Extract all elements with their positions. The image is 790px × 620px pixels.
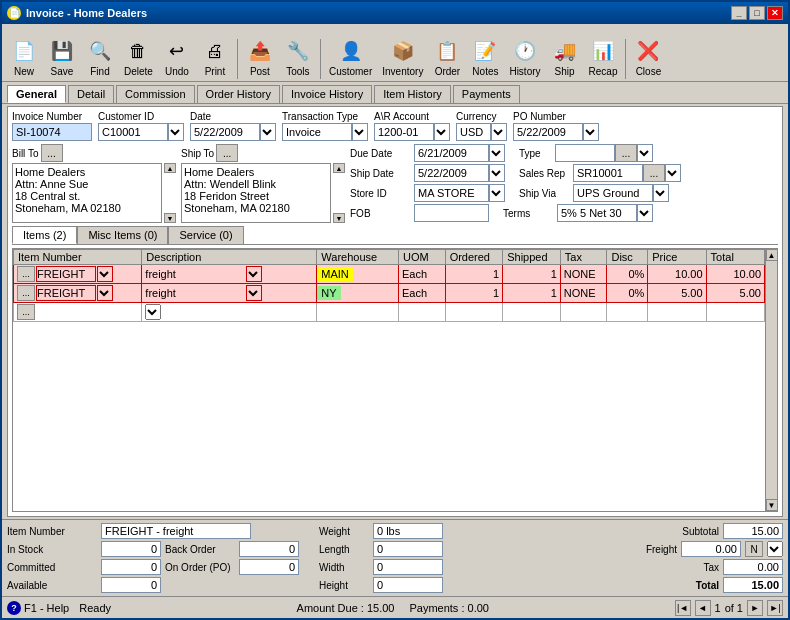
prev-page-btn[interactable]: ◄	[695, 600, 711, 616]
empty-desc-select[interactable]	[145, 304, 161, 320]
fob-input[interactable]	[414, 204, 489, 222]
tools-button[interactable]: 🔧 Tools	[280, 35, 316, 79]
new-button[interactable]: 📄 New	[6, 35, 42, 79]
maximize-button[interactable]: □	[749, 6, 765, 20]
post-button[interactable]: 📤 Post	[242, 35, 278, 79]
table-row[interactable]: ...	[14, 265, 765, 284]
empty-row-ellipsis[interactable]: ...	[17, 304, 35, 320]
close-button[interactable]: ❌ Close	[630, 35, 666, 79]
first-page-btn[interactable]: |◄	[675, 600, 691, 616]
next-page-btn[interactable]: ►	[747, 600, 763, 616]
save-button[interactable]: 💾 Save	[44, 35, 80, 79]
bill-to-scroll-down[interactable]: ▼	[164, 213, 176, 223]
weight-input[interactable]	[373, 523, 443, 539]
row2-item-input[interactable]	[36, 285, 96, 301]
width-input[interactable]	[373, 559, 443, 575]
delete-button[interactable]: 🗑 Delete	[120, 35, 157, 79]
committed-input[interactable]	[101, 559, 161, 575]
due-date-select[interactable]	[489, 144, 505, 162]
ship-to-ellipsis-button[interactable]: ...	[216, 144, 238, 162]
po-number-select[interactable]	[583, 123, 599, 141]
date-select[interactable]	[260, 123, 276, 141]
notes-button[interactable]: 📝 Notes	[467, 35, 503, 79]
close-window-button[interactable]: ✕	[767, 6, 783, 20]
ship-date-select[interactable]	[489, 164, 505, 182]
print-button[interactable]: 🖨 Print	[197, 35, 233, 79]
row1-item-input[interactable]	[36, 266, 96, 282]
transaction-type-input[interactable]	[282, 123, 352, 141]
type-input[interactable]	[555, 144, 615, 162]
row2-desc-select[interactable]	[246, 285, 262, 301]
history-button[interactable]: 🕐 History	[505, 35, 544, 79]
sub-tab-misc-items[interactable]: Misc Items (0)	[77, 226, 168, 244]
items-table-scroll[interactable]: Item Number Description Warehouse UOM Or…	[13, 249, 765, 511]
row1-desc-input[interactable]	[145, 266, 245, 282]
date-input[interactable]	[190, 123, 260, 141]
transaction-type-select[interactable]	[352, 123, 368, 141]
minimize-button[interactable]: _	[731, 6, 747, 20]
ship-to-scroll-up[interactable]: ▲	[333, 163, 345, 173]
last-page-btn[interactable]: ►|	[767, 600, 783, 616]
type-select[interactable]	[637, 144, 653, 162]
currency-select[interactable]	[491, 123, 507, 141]
ar-account-select[interactable]	[434, 123, 450, 141]
tab-commission[interactable]: Commission	[116, 85, 195, 103]
height-input[interactable]	[373, 577, 443, 593]
terms-input[interactable]	[557, 204, 637, 222]
length-input[interactable]	[373, 541, 443, 557]
freight-select[interactable]	[767, 541, 783, 557]
sub-tab-service[interactable]: Service (0)	[168, 226, 243, 244]
scroll-up-btn[interactable]: ▲	[766, 249, 778, 261]
po-number-input[interactable]	[513, 123, 583, 141]
table-row[interactable]: ...	[14, 284, 765, 303]
sales-rep-input[interactable]	[573, 164, 643, 182]
due-date-input[interactable]	[414, 144, 489, 162]
tab-detail[interactable]: Detail	[68, 85, 114, 103]
invoice-number-input[interactable]	[12, 123, 92, 141]
row1-item-select[interactable]	[97, 266, 113, 282]
customer-button[interactable]: 👤 Customer	[325, 35, 376, 79]
ship-button[interactable]: 🚚 Ship	[547, 35, 583, 79]
on-order-input[interactable]	[239, 559, 299, 575]
table-row-empty[interactable]: ...	[14, 303, 765, 322]
row2-item-select[interactable]	[97, 285, 113, 301]
sales-rep-select[interactable]	[665, 164, 681, 182]
store-id-input[interactable]	[414, 184, 489, 202]
sub-tab-items[interactable]: Items (2)	[12, 226, 77, 244]
row1-desc-select[interactable]	[246, 266, 262, 282]
terms-select[interactable]	[637, 204, 653, 222]
row2-desc-input[interactable]	[145, 285, 245, 301]
back-order-input[interactable]	[239, 541, 299, 557]
tab-order-history[interactable]: Order History	[197, 85, 280, 103]
in-stock-input[interactable]	[101, 541, 161, 557]
tab-item-history[interactable]: Item History	[374, 85, 451, 103]
find-button[interactable]: 🔍 Find	[82, 35, 118, 79]
table-scrollbar[interactable]: ▲ ▼	[765, 249, 777, 511]
customer-id-select[interactable]	[168, 123, 184, 141]
row2-item-number[interactable]: ...	[14, 284, 142, 303]
row1-item-ellipsis[interactable]: ...	[17, 266, 35, 282]
tab-general[interactable]: General	[7, 85, 66, 103]
bill-to-ellipsis-button[interactable]: ...	[41, 144, 63, 162]
undo-button[interactable]: ↩ Undo	[159, 35, 195, 79]
customer-id-input[interactable]	[98, 123, 168, 141]
currency-input[interactable]	[456, 123, 491, 141]
recap-button[interactable]: 📊 Recap	[585, 35, 622, 79]
ship-via-input[interactable]	[573, 184, 653, 202]
tab-invoice-history[interactable]: Invoice History	[282, 85, 372, 103]
row1-item-number[interactable]: ...	[14, 265, 142, 284]
freight-n-badge[interactable]: N	[745, 541, 763, 557]
order-button[interactable]: 📋 Order	[429, 35, 465, 79]
item-number-bottom-input[interactable]	[101, 523, 251, 539]
row1-description[interactable]	[142, 265, 317, 284]
tab-payments[interactable]: Payments	[453, 85, 520, 103]
store-id-select[interactable]	[489, 184, 505, 202]
ship-to-scroll-down[interactable]: ▼	[333, 213, 345, 223]
sales-rep-ellipsis-button[interactable]: ...	[643, 164, 665, 182]
available-input[interactable]	[101, 577, 161, 593]
type-ellipsis-button[interactable]: ...	[615, 144, 637, 162]
inventory-button[interactable]: 📦 Inventory	[378, 35, 427, 79]
row2-item-ellipsis[interactable]: ...	[17, 285, 35, 301]
bill-to-scroll-up[interactable]: ▲	[164, 163, 176, 173]
ship-via-select[interactable]	[653, 184, 669, 202]
